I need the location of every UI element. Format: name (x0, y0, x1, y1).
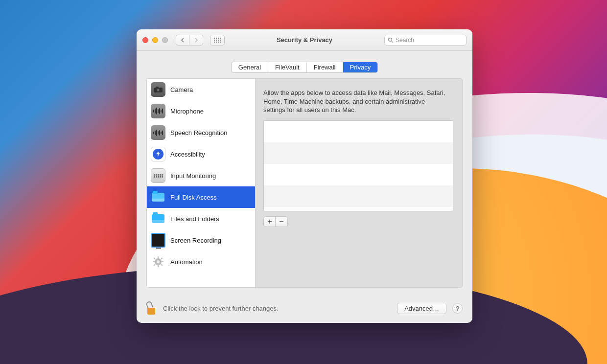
tab-filevault[interactable]: FileVault (268, 62, 306, 72)
lock-hint-text: Click the lock to prevent further change… (163, 305, 391, 312)
accessibility-icon (151, 147, 165, 161)
tab-general[interactable]: General (232, 62, 268, 72)
svg-rect-13 (153, 257, 155, 259)
preferences-window: Security & Privacy General FileVault Fir… (137, 29, 472, 323)
keyboard-icon (151, 168, 165, 183)
svg-point-4 (158, 90, 159, 91)
sidebar-item-speech-recognition[interactable]: Speech Recognition (147, 122, 255, 143)
grid-icon (214, 38, 221, 43)
chevron-left-icon (181, 38, 185, 43)
svg-rect-9 (158, 256, 159, 258)
app-list-row (264, 121, 453, 142)
svg-rect-16 (153, 264, 155, 266)
privacy-category-list[interactable]: Camera Microphone Speech Recognition (147, 79, 256, 287)
sidebar-item-screen-recording[interactable]: Screen Recording (147, 229, 255, 251)
folder-icon (151, 211, 165, 226)
sidebar-item-label: Input Monitoring (170, 172, 216, 180)
back-button[interactable] (176, 35, 189, 46)
sidebar-item-microphone[interactable]: Microphone (147, 100, 255, 122)
sidebar-item-automation[interactable]: Automation (147, 251, 255, 273)
close-button[interactable] (142, 37, 148, 43)
add-remove-segment (263, 216, 288, 227)
gear-icon (151, 254, 165, 269)
sidebar-item-input-monitoring[interactable]: Input Monitoring (147, 165, 255, 186)
window-title: Security & Privacy (230, 36, 379, 44)
remove-button[interactable] (276, 217, 287, 227)
search-field[interactable] (384, 35, 467, 46)
chevron-right-icon (194, 38, 198, 43)
minus-icon (279, 219, 284, 224)
sidebar-item-label: Automation (170, 258, 203, 266)
app-list[interactable] (263, 120, 453, 211)
tab-firewall[interactable]: Firewall (306, 62, 343, 72)
display-icon (151, 233, 165, 248)
folder-icon (151, 190, 165, 205)
svg-point-6 (158, 152, 159, 153)
show-all-button[interactable] (210, 35, 225, 46)
camera-icon (151, 82, 165, 97)
zoom-button-disabled (162, 37, 168, 43)
sidebar-item-label: Speech Recognition (170, 129, 227, 136)
app-list-row (264, 142, 453, 164)
sidebar-item-label: Full Disk Access (170, 194, 217, 201)
sidebar-item-camera[interactable]: Camera (147, 79, 255, 100)
svg-rect-11 (153, 261, 155, 262)
svg-rect-10 (158, 265, 159, 267)
description-text: Allow the apps below to access data like… (263, 89, 453, 114)
help-button[interactable]: ? (452, 303, 463, 314)
tab-bar: General FileVault Firewall Privacy (137, 62, 472, 73)
search-input[interactable] (396, 37, 463, 44)
minimize-button[interactable] (152, 37, 158, 43)
speech-icon (151, 125, 165, 140)
advanced-button[interactable]: Advanced… (397, 303, 446, 314)
forward-button[interactable] (189, 35, 203, 46)
content-pane: Camera Microphone Speech Recognition (146, 78, 463, 288)
svg-rect-15 (161, 257, 163, 259)
svg-line-1 (392, 41, 393, 43)
lock-button[interactable] (146, 302, 157, 315)
tab-privacy[interactable]: Privacy (343, 62, 378, 72)
plus-icon (267, 219, 272, 224)
svg-point-8 (157, 260, 160, 263)
lock-body-icon (147, 308, 155, 315)
window-controls (142, 37, 168, 43)
sidebar-item-files-and-folders[interactable]: Files and Folders (147, 208, 255, 229)
app-list-row (264, 185, 453, 207)
sidebar-item-label: Accessibility (170, 151, 205, 158)
sidebar-item-label: Screen Recording (170, 237, 221, 244)
footer: Click the lock to prevent further change… (137, 296, 472, 323)
sidebar-item-full-disk-access[interactable]: Full Disk Access (147, 186, 255, 208)
titlebar: Security & Privacy (137, 29, 472, 51)
app-list-row (264, 164, 453, 185)
add-button[interactable] (264, 217, 276, 227)
svg-rect-12 (162, 261, 163, 262)
detail-pane: Allow the apps below to access data like… (260, 79, 462, 287)
sidebar-item-accessibility[interactable]: Accessibility (147, 143, 255, 165)
svg-point-0 (389, 38, 392, 41)
sidebar-item-label: Microphone (170, 108, 204, 115)
microphone-icon (151, 104, 165, 118)
nav-segment (176, 35, 203, 46)
svg-rect-14 (161, 264, 163, 266)
sidebar-item-label: Camera (170, 86, 193, 93)
svg-rect-5 (156, 87, 159, 88)
search-icon (388, 37, 394, 43)
sidebar-item-label: Files and Folders (170, 215, 219, 223)
